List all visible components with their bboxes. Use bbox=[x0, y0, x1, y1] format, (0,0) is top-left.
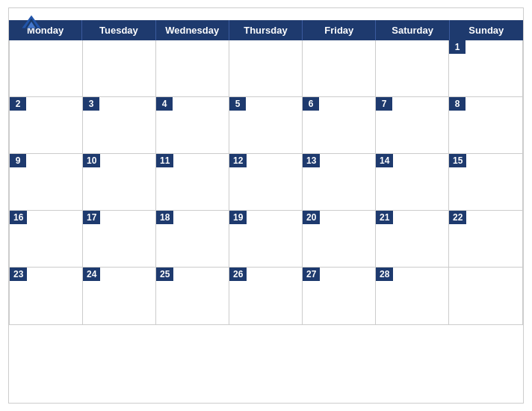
date-number: 24 bbox=[83, 268, 100, 281]
calendar-cell: 3 bbox=[83, 97, 156, 154]
date-number: 23 bbox=[10, 268, 27, 281]
calendar-cell bbox=[10, 40, 83, 97]
calendar-cell: 7 bbox=[376, 97, 449, 154]
week-3: 9101112131415 bbox=[10, 154, 522, 211]
date-number: 17 bbox=[83, 211, 100, 224]
week-1: 1 bbox=[10, 40, 522, 97]
date-number: 20 bbox=[303, 211, 320, 224]
calendar: MondayTuesdayWednesdayThursdayFridaySatu… bbox=[8, 7, 524, 404]
calendar-cell bbox=[449, 268, 522, 324]
day-header-tuesday: Tuesday bbox=[82, 20, 155, 40]
date-number: 3 bbox=[83, 97, 99, 111]
calendar-cell: 20 bbox=[303, 211, 376, 268]
week-2: 2345678 bbox=[10, 97, 522, 154]
date-number: 11 bbox=[156, 154, 173, 167]
date-number: 2 bbox=[10, 97, 26, 111]
date-number: 27 bbox=[303, 268, 320, 281]
logo bbox=[21, 14, 42, 31]
calendar-cell: 9 bbox=[10, 154, 83, 211]
calendar-cell: 10 bbox=[83, 154, 156, 211]
calendar-cell bbox=[303, 40, 376, 97]
date-number: 15 bbox=[449, 154, 466, 167]
day-header-thursday: Thursday bbox=[229, 20, 303, 40]
date-number: 8 bbox=[449, 97, 466, 111]
day-header-saturday: Saturday bbox=[376, 20, 449, 40]
day-headers: MondayTuesdayWednesdayThursdayFridaySatu… bbox=[9, 20, 523, 40]
date-number: 4 bbox=[156, 97, 173, 111]
calendar-cell: 26 bbox=[229, 268, 303, 324]
date-number: 25 bbox=[156, 268, 173, 281]
calendar-cell: 17 bbox=[83, 211, 156, 268]
date-number: 5 bbox=[229, 97, 246, 111]
date-number: 1 bbox=[449, 40, 466, 54]
date-number: 28 bbox=[376, 268, 393, 281]
calendar-cell: 2 bbox=[10, 97, 83, 154]
calendar-cell: 27 bbox=[303, 268, 376, 324]
calendar-body: 1234567891011121314151617181920212223242… bbox=[9, 40, 523, 325]
date-number: 22 bbox=[449, 211, 466, 224]
date-number: 14 bbox=[376, 154, 393, 167]
date-number: 26 bbox=[229, 268, 247, 281]
calendar-cell: 19 bbox=[229, 211, 303, 268]
calendar-header bbox=[9, 8, 523, 20]
calendar-cell: 28 bbox=[376, 268, 449, 324]
date-number: 12 bbox=[229, 154, 247, 167]
calendar-cell: 11 bbox=[156, 154, 229, 211]
date-number: 18 bbox=[156, 211, 173, 224]
calendar-cell bbox=[83, 40, 156, 97]
calendar-cell: 4 bbox=[156, 97, 229, 154]
calendar-cell bbox=[376, 40, 449, 97]
day-header-friday: Friday bbox=[303, 20, 376, 40]
week-5: 232425262728 bbox=[10, 268, 522, 324]
calendar-cell: 25 bbox=[156, 268, 229, 324]
calendar-cell: 8 bbox=[449, 97, 522, 154]
calendar-cell: 5 bbox=[229, 97, 303, 154]
date-number: 9 bbox=[10, 154, 26, 167]
date-number: 10 bbox=[83, 154, 100, 167]
day-header-wednesday: Wednesday bbox=[156, 20, 229, 40]
calendar-cell: 13 bbox=[303, 154, 376, 211]
date-number: 7 bbox=[376, 97, 392, 111]
date-number: 21 bbox=[376, 211, 393, 224]
calendar-cell bbox=[229, 40, 303, 97]
date-number: 16 bbox=[10, 211, 27, 224]
logo-icon bbox=[21, 14, 42, 29]
calendar-cell bbox=[156, 40, 229, 97]
calendar-cell: 21 bbox=[376, 211, 449, 268]
date-number: 19 bbox=[229, 211, 247, 224]
calendar-cell: 14 bbox=[376, 154, 449, 211]
calendar-cell: 15 bbox=[449, 154, 522, 211]
calendar-cell: 23 bbox=[10, 268, 83, 324]
calendar-cell: 6 bbox=[303, 97, 376, 154]
calendar-cell: 12 bbox=[229, 154, 303, 211]
date-number: 6 bbox=[303, 97, 319, 111]
week-4: 16171819202122 bbox=[10, 211, 522, 268]
calendar-cell: 1 bbox=[449, 40, 522, 97]
calendar-cell: 22 bbox=[449, 211, 522, 268]
calendar-cell: 16 bbox=[10, 211, 83, 268]
day-header-monday: Monday bbox=[9, 20, 82, 40]
day-header-sunday: Sunday bbox=[450, 20, 523, 40]
calendar-cell: 18 bbox=[156, 211, 229, 268]
date-number: 13 bbox=[303, 154, 320, 167]
calendar-cell: 24 bbox=[83, 268, 156, 324]
